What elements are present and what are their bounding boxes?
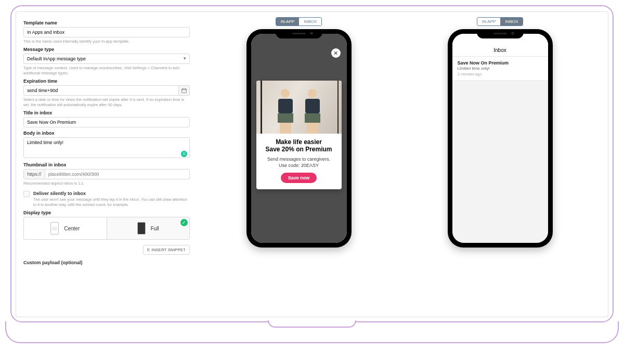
silent-title: Deliver silently to inbox (33, 191, 190, 196)
screen: Template name This is the name used inte… (16, 11, 608, 317)
inbox-item-time: 2 minutes ago (458, 72, 543, 76)
full-icon (137, 222, 146, 235)
expiration-input[interactable] (23, 85, 179, 96)
check-icon: ✓ (180, 219, 188, 226)
calendar-button[interactable] (179, 85, 190, 96)
inbox-preview-col: IN-APP INBOX Inbox Save Now On Premium L… (399, 17, 601, 311)
calendar-icon (181, 88, 187, 93)
phone-inapp: ✕ Make life easier Save 20% on Premium S… (246, 29, 352, 248)
form-panel: Template name This is the name used inte… (23, 17, 190, 311)
title-input[interactable] (23, 117, 190, 127)
inbox-item[interactable]: Save Now On Premium Limited time only! 2… (452, 57, 548, 81)
preview-tabs-right: IN-APP INBOX (477, 17, 524, 26)
inapp-text-2: Use code: 20EASY (262, 162, 336, 168)
inbox-item-sub: Limited time only! (458, 66, 543, 71)
preview-panel: IN-APP INBOX ✕ Make life easi (198, 17, 601, 311)
message-type-label: Message type (23, 47, 190, 52)
message-type-help: Type of message content. Used to manage … (23, 66, 190, 75)
display-type-row: Center Full ✓ (23, 217, 190, 240)
phone-inbox: Inbox Save Now On Premium Limited time o… (448, 29, 553, 248)
laptop-hinge (268, 320, 356, 328)
display-label: Display type (23, 210, 190, 215)
insert-snippet-button[interactable]: ⎘ INSERT SNIPPET (143, 245, 190, 255)
silent-row: Deliver silently to inbox The user won't… (23, 191, 190, 207)
display-full-option[interactable]: Full (107, 217, 190, 239)
display-center-option[interactable]: Center (24, 217, 107, 239)
thumb-protocol[interactable]: https:// (23, 169, 45, 179)
body-label: Body in inbox (23, 131, 190, 136)
inapp-heading-1: Make life easier (262, 138, 336, 146)
thumb-help: Recommended aspect ratios is 1:1. (23, 181, 190, 186)
svg-rect-0 (182, 89, 187, 93)
payload-label: Custom payload (optional) (23, 260, 190, 265)
snippet-icon: ⎘ (147, 248, 150, 252)
phone-notch-icon (276, 29, 322, 38)
close-icon[interactable]: ✕ (331, 48, 341, 58)
grammarly-icon[interactable]: G (181, 151, 187, 157)
laptop-frame: Template name This is the name used inte… (10, 5, 614, 322)
display-full-label: Full (151, 226, 159, 231)
inapp-cta-button[interactable]: Save now (281, 173, 317, 183)
inapp-image (256, 81, 342, 134)
tab-inapp[interactable]: IN-APP (276, 18, 300, 25)
inapp-heading-2: Save 20% on Premium (262, 146, 336, 153)
template-name-input[interactable] (23, 27, 190, 37)
expiration-label: Expiration time (23, 79, 190, 84)
tab-inapp-2[interactable]: IN-APP (477, 18, 501, 25)
silent-help: The user won't see your message until th… (33, 197, 190, 207)
expiration-help: Select a date or time for when the notif… (23, 97, 190, 107)
display-center-label: Center (64, 226, 80, 231)
title-label: Title in inbox (23, 110, 190, 115)
preview-tabs-left: IN-APP INBOX (276, 17, 322, 26)
silent-checkbox[interactable] (23, 191, 30, 197)
laptop-base (5, 321, 619, 343)
tab-inbox[interactable]: INBOX (299, 18, 321, 25)
template-name-help: This is the name used internally identif… (23, 39, 190, 44)
center-icon (50, 222, 59, 235)
body-textarea[interactable] (23, 137, 190, 158)
phone-notch-icon-2 (477, 29, 524, 38)
tab-inbox-2[interactable]: INBOX (500, 18, 523, 25)
inapp-card: Make life easier Save 20% on Premium Sen… (256, 81, 342, 189)
inbox-item-title: Save Now On Premium (458, 60, 543, 66)
inapp-text-1: Send messages to caregivers. (262, 156, 336, 162)
inapp-preview-col: IN-APP INBOX ✕ Make life easi (198, 17, 399, 311)
message-type-select[interactable] (23, 54, 190, 64)
snippet-label: INSERT SNIPPET (152, 248, 186, 252)
template-name-label: Template name (23, 20, 190, 25)
thumb-label: Thumbnail in inbox (23, 162, 190, 167)
thumb-input[interactable] (45, 169, 190, 179)
